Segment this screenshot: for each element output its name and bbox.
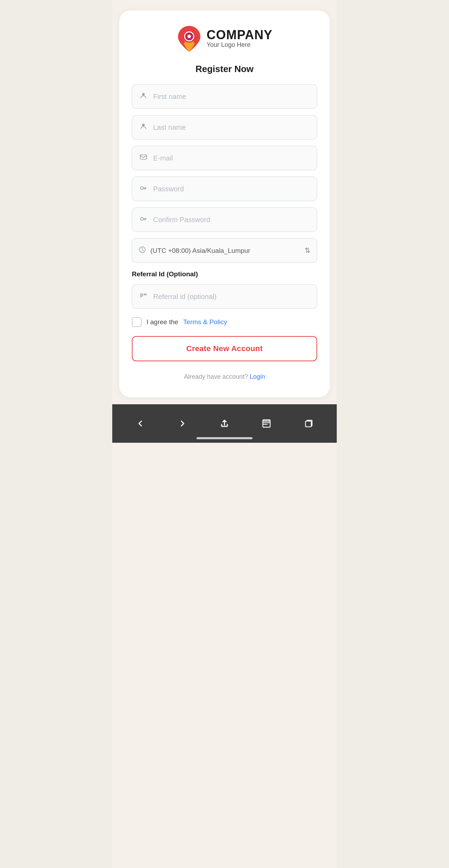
chevron-down-icon: ⇅ [305, 246, 311, 255]
last-name-field-wrapper [132, 115, 317, 140]
page-wrapper: COMPANY Your Logo Here Register Now [112, 0, 337, 868]
key-icon-confirm [138, 214, 148, 225]
svg-point-2 [187, 35, 191, 38]
home-indicator [197, 437, 252, 439]
person-icon-last [138, 122, 148, 132]
first-name-input[interactable] [153, 93, 311, 101]
first-name-field-wrapper [132, 84, 317, 109]
forward-button[interactable] [174, 415, 191, 432]
confirm-password-field-wrapper [132, 207, 317, 232]
svg-point-9 [141, 294, 143, 296]
key-icon-password [138, 184, 148, 194]
back-button[interactable] [132, 415, 149, 432]
email-input[interactable] [153, 154, 311, 162]
referral-field-wrapper [132, 284, 317, 309]
terms-policy-link[interactable]: Terms & Policy [183, 318, 227, 326]
referral-icon [138, 291, 148, 302]
timezone-field-wrapper: (UTC +08:00) Asia/Kuala_Lumpur ( UTC +00… [132, 238, 317, 263]
terms-text: I agree the [147, 318, 178, 326]
email-icon [138, 153, 148, 163]
company-logo [177, 24, 202, 52]
create-account-button[interactable]: Create New Account [132, 336, 317, 361]
logo-area: COMPANY Your Logo Here [177, 24, 272, 52]
svg-point-4 [142, 124, 144, 126]
browser-bar [112, 404, 337, 443]
svg-rect-11 [305, 421, 311, 427]
timezone-select[interactable]: (UTC +08:00) Asia/Kuala_Lumpur ( UTC +00… [150, 247, 300, 254]
svg-point-6 [141, 187, 143, 190]
terms-row: I agree the Terms & Policy [132, 317, 317, 327]
register-card: COMPANY Your Logo Here Register Now [119, 10, 330, 397]
login-link[interactable]: Login [250, 373, 265, 380]
already-have-account-text: Already have account? [184, 373, 248, 380]
logo-text-block: COMPANY Your Logo Here [207, 29, 272, 49]
tabs-button[interactable] [300, 415, 317, 432]
clock-icon [138, 246, 146, 255]
last-name-input[interactable] [153, 123, 311, 131]
bookmarks-button[interactable] [258, 415, 275, 432]
terms-checkbox[interactable] [132, 317, 142, 327]
person-icon-first [138, 92, 148, 101]
company-name: COMPANY [207, 29, 272, 41]
password-input[interactable] [153, 185, 311, 193]
register-form: (UTC +08:00) Asia/Kuala_Lumpur ( UTC +00… [132, 84, 317, 380]
referral-input[interactable] [153, 293, 311, 301]
svg-point-3 [142, 93, 144, 95]
password-field-wrapper [132, 177, 317, 201]
svg-rect-5 [140, 155, 147, 159]
email-field-wrapper [132, 146, 317, 170]
share-button[interactable] [216, 415, 233, 432]
logo-tagline: Your Logo Here [207, 41, 272, 49]
page-title: Register Now [195, 64, 254, 74]
svg-point-7 [141, 218, 143, 220]
referral-label: Referral Id (Optional) [132, 270, 198, 278]
confirm-password-input[interactable] [153, 216, 311, 224]
login-row: Already have account? Login [132, 373, 317, 380]
